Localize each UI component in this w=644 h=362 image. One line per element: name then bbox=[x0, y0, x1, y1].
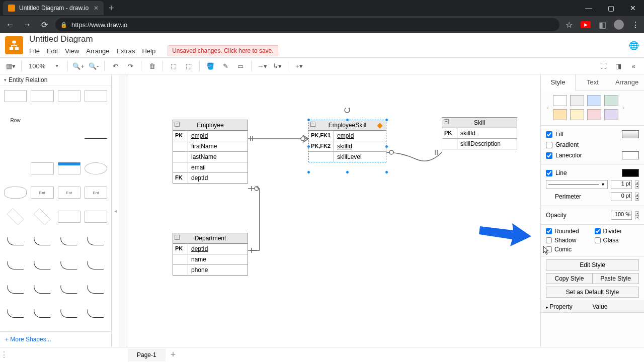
shape-curve-14[interactable] bbox=[31, 307, 53, 319]
shape-circle[interactable] bbox=[85, 162, 107, 174]
gradient-checkbox[interactable] bbox=[546, 142, 552, 148]
bookmark-icon[interactable]: ☆ bbox=[565, 20, 574, 29]
collapse-icon[interactable]: « bbox=[627, 59, 640, 72]
sidebar-collapse-handle[interactable]: ◂ bbox=[112, 74, 119, 347]
shape-curve-10[interactable] bbox=[31, 283, 53, 295]
sel-handle[interactable] bbox=[307, 170, 310, 174]
reload-button[interactable]: ⟳ bbox=[38, 19, 50, 31]
pages-menu-icon[interactable]: ⋮ bbox=[0, 350, 8, 359]
opacity-spinner[interactable]: ▴▾ bbox=[635, 211, 639, 219]
insert-icon[interactable]: +▾ bbox=[292, 59, 305, 72]
fill-checkbox[interactable] bbox=[546, 131, 552, 138]
to-front-icon[interactable]: ⬚ bbox=[167, 59, 180, 72]
address-bar[interactable]: 🔒 https://www.draw.io bbox=[55, 18, 559, 31]
line-checkbox[interactable] bbox=[546, 170, 552, 176]
shape-box[interactable] bbox=[31, 162, 53, 174]
shadow-checkbox[interactable] bbox=[546, 237, 552, 243]
shape-row-8[interactable] bbox=[85, 138, 107, 150]
shape-curve-1[interactable] bbox=[4, 235, 27, 247]
line-color[interactable] bbox=[622, 169, 639, 177]
connection-icon[interactable]: →▾ bbox=[256, 59, 269, 72]
waypoint-icon[interactable]: ↳▾ bbox=[271, 59, 284, 72]
divider-checkbox[interactable] bbox=[595, 228, 601, 234]
shape-split[interactable] bbox=[58, 211, 80, 223]
forward-button[interactable]: → bbox=[21, 19, 33, 31]
sel-handle[interactable] bbox=[307, 118, 310, 122]
zoom-dropdown-icon[interactable]: ▾ bbox=[50, 59, 63, 72]
minimize-button[interactable]: — bbox=[578, 0, 600, 16]
to-back-icon[interactable]: ⬚ bbox=[182, 59, 195, 72]
property-header[interactable]: PropertyValue bbox=[541, 301, 644, 313]
shape-table-4[interactable] bbox=[85, 90, 107, 102]
rounded-checkbox[interactable] bbox=[546, 228, 552, 234]
shape-row-label[interactable]: Row bbox=[4, 114, 27, 126]
youtube-extension-icon[interactable]: ▶ bbox=[581, 21, 591, 28]
shape-curve-6[interactable] bbox=[31, 259, 53, 271]
menu-edit[interactable]: Edit bbox=[47, 47, 58, 55]
shape-diamond-2[interactable] bbox=[34, 208, 51, 225]
shape-entity-1[interactable]: Ent bbox=[31, 187, 53, 199]
shape-curve-8[interactable] bbox=[85, 259, 107, 271]
comic-checkbox[interactable] bbox=[546, 246, 552, 252]
maximize-button[interactable]: ▢ bbox=[600, 0, 622, 16]
shape-entity-2[interactable]: Ent bbox=[58, 187, 80, 199]
shape-row-2[interactable] bbox=[31, 114, 53, 126]
sel-handle[interactable] bbox=[307, 145, 310, 148]
shape-row-7[interactable] bbox=[58, 138, 80, 150]
sel-handle[interactable] bbox=[385, 170, 388, 174]
shape-curve-7[interactable] bbox=[58, 259, 80, 271]
glass-checkbox[interactable] bbox=[595, 237, 601, 243]
sidebar-toggle-icon[interactable]: ▦▾ bbox=[4, 59, 17, 72]
shape-table-1[interactable] bbox=[4, 90, 27, 102]
entity-employee-skill[interactable]: −EmployeeSkill PK,FK1empId PK,FK2skillId… bbox=[308, 120, 386, 162]
unsaved-warning[interactable]: Unsaved changes. Click here to save. bbox=[168, 45, 278, 56]
shape-curve-16[interactable] bbox=[85, 307, 107, 319]
perimeter-spinner[interactable]: ▴▾ bbox=[635, 193, 639, 201]
shape-table-3[interactable] bbox=[58, 90, 80, 102]
fullscreen-icon[interactable]: ⛶ bbox=[597, 59, 610, 72]
copy-style-button[interactable]: Copy Style bbox=[546, 273, 592, 284]
set-default-style-button[interactable]: Set as Default Style bbox=[546, 287, 639, 298]
shape-curve-12[interactable] bbox=[85, 283, 107, 295]
add-page-button[interactable]: + bbox=[166, 347, 181, 362]
swatch[interactable] bbox=[587, 95, 601, 106]
sel-handle[interactable] bbox=[346, 118, 349, 122]
zoom-out-icon[interactable]: 🔍- bbox=[87, 59, 100, 72]
menu-icon[interactable]: ⋮ bbox=[631, 20, 640, 29]
shape-curve-11[interactable] bbox=[58, 283, 80, 295]
redo-icon[interactable]: ↷ bbox=[124, 59, 137, 72]
lanecolor-color[interactable] bbox=[622, 151, 639, 159]
entity-employee[interactable]: −Employee PKempId firstName lastName ema… bbox=[173, 120, 248, 184]
delete-icon[interactable]: 🗑 bbox=[145, 59, 158, 72]
browser-tab[interactable]: Untitled Diagram - draw.io ✕ bbox=[3, 1, 104, 15]
shape-curve-13[interactable] bbox=[4, 307, 27, 319]
swatch-next-icon[interactable]: › bbox=[621, 104, 625, 111]
document-title[interactable]: Untitled Diagram bbox=[29, 34, 278, 44]
menu-arrange[interactable]: Arrange bbox=[86, 47, 109, 55]
close-window-button[interactable]: ✕ bbox=[622, 0, 644, 16]
zoom-in-icon[interactable]: 🔍+ bbox=[72, 59, 85, 72]
shape-header-box[interactable] bbox=[58, 162, 80, 174]
swatch-prev-icon[interactable]: ‹ bbox=[546, 104, 550, 111]
sel-handle[interactable] bbox=[385, 118, 388, 122]
tab-style[interactable]: Style bbox=[541, 74, 576, 91]
page-tab[interactable]: Page-1 bbox=[128, 348, 166, 361]
menu-help[interactable]: Help bbox=[142, 47, 155, 55]
shape-curve-5[interactable] bbox=[4, 259, 27, 271]
format-panel-icon[interactable]: ◨ bbox=[612, 59, 625, 72]
shape-curve-15[interactable] bbox=[58, 307, 80, 319]
shape-cloud[interactable] bbox=[4, 187, 27, 199]
line-width[interactable]: 1 pt bbox=[611, 180, 632, 189]
close-tab-icon[interactable]: ✕ bbox=[94, 5, 99, 12]
tab-arrange[interactable]: Arrange bbox=[610, 74, 644, 90]
swatch[interactable] bbox=[570, 109, 584, 120]
shape-row-5[interactable] bbox=[4, 138, 27, 150]
zoom-level[interactable]: 100% bbox=[26, 62, 48, 70]
entity-department[interactable]: −Department PKdeptId name phone bbox=[173, 233, 248, 276]
shape-row-6[interactable] bbox=[31, 138, 53, 150]
swatch[interactable] bbox=[604, 109, 618, 120]
tab-text[interactable]: Text bbox=[576, 74, 610, 90]
shape-note[interactable] bbox=[85, 211, 107, 223]
shape-entity-3[interactable]: Ent bbox=[85, 187, 107, 199]
new-tab-button[interactable]: + bbox=[104, 3, 119, 14]
